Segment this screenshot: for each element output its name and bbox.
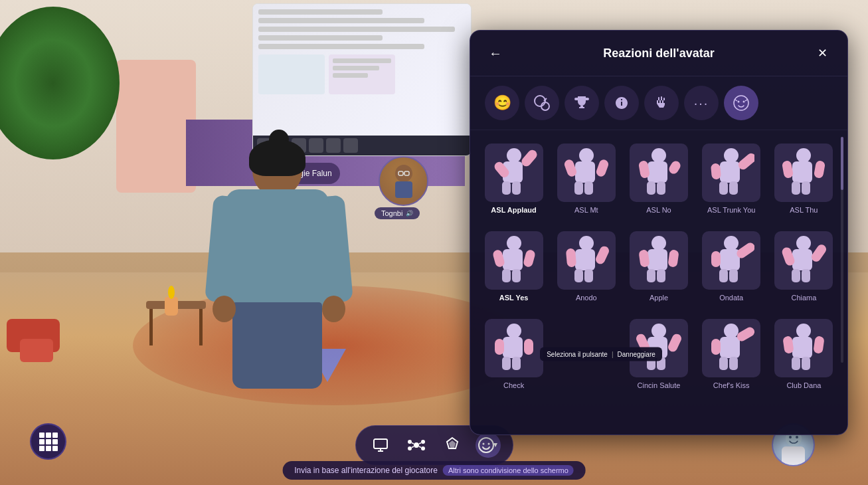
svg-point-10 <box>743 101 745 103</box>
tooltip-damage: Danneggiare <box>618 351 655 358</box>
svg-point-113 <box>487 443 489 445</box>
svg-rect-88 <box>711 339 721 355</box>
reaction-apple[interactable]: Apple <box>626 226 691 307</box>
svg-rect-17 <box>502 181 511 195</box>
svg-line-107 <box>412 446 414 448</box>
face-cam-thumbnail <box>379 156 428 206</box>
svg-rect-44 <box>503 249 523 270</box>
reactions-grid: ASL Applaud ASL Mt <box>481 138 837 395</box>
svg-rect-92 <box>792 337 812 358</box>
svg-rect-62 <box>720 249 740 270</box>
svg-rect-23 <box>574 181 583 195</box>
connect-button[interactable] <box>404 433 429 458</box>
svg-rect-30 <box>657 181 665 195</box>
reaction-chefs-kiss[interactable]: Chef's Kiss <box>699 314 764 395</box>
svg-rect-97 <box>374 439 387 448</box>
svg-point-102 <box>421 440 425 444</box>
panel-scrollbar <box>841 137 843 363</box>
category-gesture[interactable] <box>525 86 559 120</box>
svg-rect-93 <box>814 336 825 354</box>
svg-rect-20 <box>575 161 595 183</box>
reaction-asl-thu[interactable]: ASL Thu <box>771 138 837 219</box>
reactions-grid-container[interactable]: ASL Applaud ASL Mt <box>470 130 847 435</box>
svg-rect-52 <box>594 244 610 265</box>
svg-point-55 <box>651 236 666 250</box>
svg-rect-18 <box>512 181 521 195</box>
reaction-label-asl-yes: ASL Yes <box>499 294 529 302</box>
svg-line-105 <box>412 443 414 444</box>
tooltip-select: Seleziona il pulsante <box>547 351 608 358</box>
emoji-reactions-button[interactable] <box>476 433 501 458</box>
svg-rect-39 <box>814 160 825 179</box>
svg-rect-78 <box>512 357 521 370</box>
wall-panel <box>116 60 196 193</box>
category-hand[interactable] <box>644 86 679 120</box>
category-trophy[interactable] <box>564 86 599 120</box>
reaction-ondata[interactable]: Ondata <box>699 226 764 307</box>
svg-rect-46 <box>522 249 535 268</box>
svg-point-73 <box>507 324 521 338</box>
face-cam-name: Tognbi <box>381 209 402 217</box>
panel-back-button[interactable]: ← <box>485 43 506 64</box>
reaction-asl-mt[interactable]: ASL Mt <box>553 138 619 219</box>
reaction-label-check: Check <box>503 381 524 389</box>
svg-rect-64 <box>711 251 721 267</box>
category-face[interactable] <box>724 86 758 120</box>
svg-rect-76 <box>524 339 533 355</box>
reaction-club-dana[interactable]: Club Dana <box>771 314 837 395</box>
svg-rect-56 <box>648 249 667 270</box>
reaction-asl-no[interactable]: ASL No <box>626 138 691 219</box>
screen-share-button[interactable] <box>368 433 393 458</box>
svg-rect-40 <box>782 160 794 179</box>
svg-rect-89 <box>719 357 728 370</box>
reaction-label-anodo: Anodo <box>576 294 597 302</box>
svg-rect-36 <box>729 181 738 195</box>
notification-highlight: Altri sono condivisione dello schermo <box>443 465 574 476</box>
svg-point-37 <box>796 148 811 163</box>
ottoman-small <box>20 339 53 362</box>
tree-decoration <box>0 0 120 186</box>
svg-point-104 <box>421 446 425 450</box>
svg-line-106 <box>419 443 421 444</box>
reaction-asl-yes[interactable]: ASL Yes <box>481 226 547 307</box>
reaction-label-chiama: Chiama <box>791 294 816 302</box>
panel-close-button[interactable]: ✕ <box>812 43 833 64</box>
svg-point-25 <box>651 148 666 163</box>
category-row: 😊 ··· <box>470 76 847 130</box>
svg-point-103 <box>408 446 412 450</box>
vase <box>165 297 178 316</box>
category-asl[interactable] <box>604 86 639 120</box>
svg-rect-95 <box>792 357 800 370</box>
reaction-anodo[interactable]: Anodo <box>553 226 619 307</box>
svg-rect-34 <box>711 163 721 179</box>
svg-point-85 <box>724 324 738 338</box>
svg-point-9 <box>738 101 740 103</box>
svg-point-49 <box>579 236 594 250</box>
svg-point-67 <box>796 236 811 250</box>
svg-point-61 <box>724 236 738 250</box>
svg-rect-29 <box>647 181 655 195</box>
avatar-reactions-panel: ← Reazioni dell'avatar ✕ 😊 <box>470 30 848 435</box>
reaction-label-asl-thu: ASL Thu <box>790 206 818 214</box>
svg-rect-59 <box>647 269 655 282</box>
reaction-label-chefs-kiss: Chef's Kiss <box>713 381 750 389</box>
reaction-asl-applaud[interactable]: ASL Applaud <box>481 138 547 219</box>
reaction-asl-trunk-you[interactable]: ASL Trunk You <box>699 138 764 219</box>
svg-point-118 <box>796 436 798 438</box>
svg-rect-70 <box>810 243 827 264</box>
svg-rect-35 <box>719 181 728 195</box>
category-emoji[interactable]: 😊 <box>485 86 519 120</box>
reaction-tooltip: Seleziona il pulsante | Danneggiare <box>540 347 662 361</box>
category-more[interactable]: ··· <box>684 86 719 120</box>
reaction-label-cincin-salute: Cincin Salute <box>638 381 681 389</box>
avatar-actions-button[interactable] <box>440 433 465 458</box>
svg-rect-77 <box>502 357 511 370</box>
svg-rect-48 <box>512 269 521 282</box>
svg-rect-53 <box>574 269 583 282</box>
svg-rect-65 <box>719 269 728 282</box>
reaction-chiama[interactable]: Chiama <box>771 226 837 307</box>
grid-menu-button[interactable] <box>30 423 66 460</box>
reaction-label-asl-no: ASL No <box>646 206 671 214</box>
svg-rect-68 <box>792 249 812 270</box>
reaction-check[interactable]: Seleziona il pulsante | Danneggiare Chec… <box>481 314 547 395</box>
